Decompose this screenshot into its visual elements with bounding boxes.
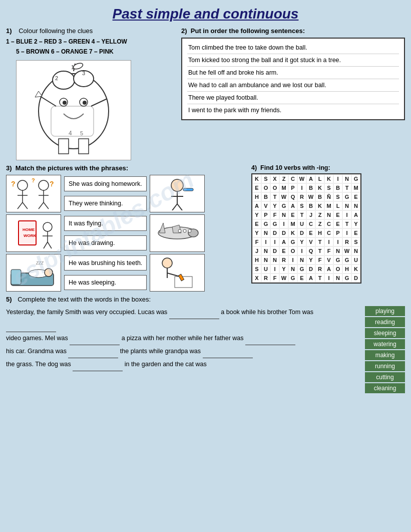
ws-cell: X: [252, 274, 261, 283]
svg-point-58: [183, 229, 186, 232]
left-pictures: ? ? ? HOME WORK: [6, 175, 61, 292]
ws-cell: P: [261, 210, 270, 219]
fill-blank-3[interactable]: [70, 332, 120, 345]
ws-cell: F: [324, 246, 333, 255]
phrase-list: She was doing homework. They were thinki…: [64, 175, 147, 292]
ws-cell: M: [288, 219, 297, 228]
svg-line-24: [23, 202, 28, 209]
coloring-image: 2 3 1 4 5: [16, 60, 131, 160]
word-playing: playing: [365, 306, 405, 316]
svg-point-20: [18, 180, 28, 190]
svg-text:?: ?: [11, 180, 16, 188]
sentence-row: There we played football.: [187, 92, 399, 104]
ws-cell: B: [261, 192, 270, 201]
ws-cell: I: [279, 219, 288, 228]
sleeping-pic: zzz: [6, 254, 61, 292]
phrase-box: He was brushing his teeth.: [64, 255, 147, 271]
ws-cell: W: [306, 192, 315, 201]
fill-blank-6[interactable]: [203, 345, 253, 358]
svg-point-10: [63, 101, 67, 105]
svg-line-28: [39, 202, 44, 209]
ws-cell: S: [297, 201, 306, 210]
ws-cell: X: [270, 174, 279, 183]
ws-cell: J: [252, 246, 261, 255]
ws-cell: O: [288, 246, 297, 255]
fill-blank-7[interactable]: [73, 358, 123, 371]
sentence-row: I went to the park with my friends.: [187, 104, 399, 116]
ws-cell: I: [333, 237, 342, 246]
ws-cell: P: [288, 183, 297, 192]
colour-clues: 1 – BLUE 2 – RED 3 – GREEN 4 – YELLOW 5 …: [6, 37, 176, 57]
section1-label: 1): [6, 27, 12, 35]
svg-point-37: [43, 222, 52, 231]
phrase-box: They were thinking.: [64, 196, 147, 211]
svg-rect-48: [183, 188, 193, 191]
ws-cell: R: [342, 237, 351, 246]
ws-cell: T: [315, 274, 324, 283]
svg-text:HOME: HOME: [23, 227, 35, 232]
svg-line-51: [172, 204, 177, 210]
ws-cell: A: [252, 201, 261, 210]
ws-cell: Y: [270, 201, 279, 210]
fill-blank-4[interactable]: [245, 332, 295, 345]
ws-cell: I: [342, 210, 351, 219]
ws-cell: N: [270, 255, 279, 264]
ws-cell: K: [324, 174, 333, 183]
phrase-box: It was flying.: [64, 216, 147, 231]
ws-cell: I: [288, 255, 297, 264]
phrase-box: She was doing homework.: [64, 176, 147, 191]
ws-cell: Z: [315, 219, 324, 228]
ws-cell: E: [297, 274, 306, 283]
ws-cell: B: [306, 183, 315, 192]
thinking-pic: ? ? ?: [6, 175, 61, 212]
ws-cell: I: [297, 246, 306, 255]
svg-text:?: ?: [32, 177, 35, 183]
fill-blank-1[interactable]: [169, 306, 219, 319]
word-boxes: playing reading sleeping watering making…: [365, 306, 405, 393]
ws-cell: G: [351, 174, 360, 183]
ws-cell: Ñ: [324, 192, 333, 201]
svg-line-41: [48, 242, 52, 248]
ws-cell: L: [333, 201, 342, 210]
sentence-row: But he fell off and broke his arm.: [187, 67, 399, 79]
fill-blank-5[interactable]: [68, 345, 118, 358]
ws-cell: I: [270, 237, 279, 246]
ws-cell: S: [261, 174, 270, 183]
ws-cell: V: [324, 255, 333, 264]
ws-cell: E: [252, 183, 261, 192]
ws-cell: R: [279, 255, 288, 264]
ws-cell: K: [315, 183, 324, 192]
ws-cell: S: [252, 264, 261, 274]
fill-blank-2[interactable]: [6, 319, 56, 332]
ws-cell: R: [297, 192, 306, 201]
ws-cell: F: [270, 274, 279, 283]
word-search-grid: KSXZCWALKINGEOOMPIBKSBTMHBTWQRWBÑSGEAVYG…: [251, 173, 361, 284]
svg-point-59: [188, 229, 191, 232]
ws-cell: W: [297, 174, 306, 183]
ws-cell: N: [261, 228, 270, 237]
word-reading: reading: [365, 317, 405, 327]
svg-text:zzz: zzz: [36, 260, 44, 265]
svg-point-60: [162, 258, 172, 268]
ws-cell: O: [261, 183, 270, 192]
word-cleaning: cleaning: [365, 383, 405, 393]
boy-pic: [150, 175, 205, 212]
ws-cell: G: [297, 264, 306, 274]
fill-in-section: Yesterday, the family Smith was very occ…: [6, 306, 405, 393]
airplane-pic: [150, 214, 205, 252]
svg-point-25: [39, 180, 49, 190]
ws-cell: A: [324, 264, 333, 274]
ws-cell: O: [270, 183, 279, 192]
ws-cell: P: [333, 228, 342, 237]
ws-cell: H: [252, 192, 261, 201]
ws-cell: W: [279, 274, 288, 283]
svg-rect-16: [59, 139, 69, 154]
ws-cell: H: [252, 255, 261, 264]
ws-cell: A: [288, 201, 297, 210]
svg-marker-14: [35, 91, 42, 97]
ws-cell: N: [261, 255, 270, 264]
ws-cell: U: [351, 255, 360, 264]
ws-cell: I: [324, 237, 333, 246]
ws-cell: M: [351, 183, 360, 192]
ws-cell: U: [297, 219, 306, 228]
